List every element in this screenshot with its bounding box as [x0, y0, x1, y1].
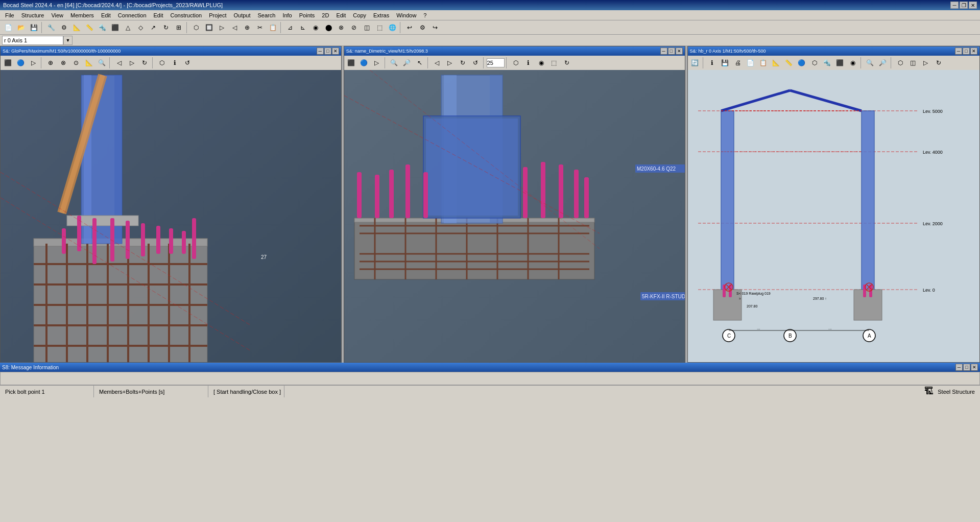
- vp-r-tb3[interactable]: 🖨: [732, 57, 744, 68]
- undo-btn[interactable]: ↩: [403, 22, 416, 33]
- vp-right-maximize[interactable]: □: [963, 48, 970, 55]
- vp-left-tb3[interactable]: ▷: [27, 57, 39, 68]
- vp-c-zoom-in[interactable]: 🔍: [388, 57, 400, 68]
- menu-members[interactable]: Members: [67, 11, 97, 20]
- tb-btn-3[interactable]: ⚙: [58, 22, 70, 33]
- vp-center-canvas[interactable]: M20X60-4.6 Q22 5R-KFX-II R-STUDS-16190 R…: [344, 70, 685, 362]
- menu-view[interactable]: View: [48, 11, 66, 20]
- vp-c-tb1[interactable]: ⬛: [345, 57, 357, 68]
- tb-btn-25[interactable]: ⊘: [348, 22, 360, 33]
- menu-info[interactable]: Info: [279, 11, 295, 20]
- vp-left-tb11[interactable]: ↻: [138, 57, 151, 68]
- tb-btn-5[interactable]: 📏: [83, 22, 95, 33]
- vp-right-close[interactable]: ✕: [970, 48, 977, 55]
- vp-left-tb13[interactable]: ℹ: [169, 57, 181, 68]
- tb-btn-19[interactable]: 📋: [267, 22, 279, 33]
- vp-r-tb15[interactable]: ▷: [920, 57, 932, 68]
- vp-r-tb16[interactable]: ↻: [933, 57, 945, 68]
- tb-btn-28[interactable]: 🌐: [386, 22, 398, 33]
- vp-left-canvas[interactable]: 27: [1, 70, 341, 362]
- menu-output[interactable]: Output: [230, 11, 253, 20]
- vp-left-tb12[interactable]: ⬡: [156, 57, 168, 68]
- menu-points[interactable]: Points: [296, 11, 318, 20]
- vp-r-tb1[interactable]: 🔄: [689, 57, 701, 68]
- tb-btn-18[interactable]: ✂: [254, 22, 266, 33]
- status-mode[interactable]: Members+Bolts+Points [s]: [96, 386, 208, 397]
- vp-r-tb8[interactable]: 🔵: [796, 57, 808, 68]
- save-btn[interactable]: 💾: [28, 22, 40, 33]
- vp-center-close[interactable]: ✕: [676, 48, 683, 55]
- vp-left-tb7[interactable]: 📐: [83, 57, 95, 68]
- vp-c-select[interactable]: ↖: [414, 57, 426, 68]
- vp-r-zoom-out[interactable]: 🔎: [877, 57, 889, 68]
- restore-button[interactable]: ❐: [960, 2, 968, 9]
- menu-search[interactable]: Search: [255, 11, 279, 20]
- vp-left-tb1[interactable]: ⬛: [2, 57, 14, 68]
- vp-r-tb9[interactable]: ⬡: [808, 57, 821, 68]
- vp-right-canvas[interactable]: Lev. 5000 Lev. 4000 Lev. 2000 Lev. 0: [688, 70, 980, 362]
- vp-center-maximize[interactable]: □: [668, 48, 675, 55]
- vp-c-tb10[interactable]: ⬚: [548, 57, 560, 68]
- tb-btn-13[interactable]: ⬡: [190, 22, 202, 33]
- vp-r-tb4[interactable]: 📄: [745, 57, 757, 68]
- tb-btn-23[interactable]: ⬤: [322, 22, 334, 33]
- tb-btn-22[interactable]: ◉: [309, 22, 322, 33]
- vp-c-tb4[interactable]: ◁: [431, 57, 443, 68]
- tb-btn-26[interactable]: ◫: [361, 22, 373, 33]
- vp-r-tb7[interactable]: 📏: [783, 57, 795, 68]
- menu-copy[interactable]: Copy: [350, 11, 369, 20]
- tb-btn-6[interactable]: 🔩: [96, 22, 108, 33]
- vp-left-minimize[interactable]: ─: [317, 48, 324, 55]
- vp-left-tb14[interactable]: ↺: [181, 57, 194, 68]
- tb-btn-12[interactable]: ⊞: [173, 22, 185, 33]
- vp-r-tb14[interactable]: ◫: [907, 57, 919, 68]
- tb-btn-17[interactable]: ⊕: [241, 22, 253, 33]
- tb-btn-8[interactable]: △: [122, 22, 134, 33]
- vp-r-zoom-in[interactable]: 🔍: [864, 57, 876, 68]
- axis-input[interactable]: [2, 36, 63, 45]
- vp-r-tb12[interactable]: ◉: [847, 57, 859, 68]
- zoom-input[interactable]: [487, 58, 505, 67]
- tb-btn-21[interactable]: ⊾: [297, 22, 309, 33]
- menu-file[interactable]: File: [2, 11, 17, 20]
- vp-c-zoom-out[interactable]: 🔎: [401, 57, 413, 68]
- vp-center-minimize[interactable]: ─: [660, 48, 667, 55]
- vp-c-tb8[interactable]: ⬡: [510, 57, 522, 68]
- minimize-button[interactable]: ─: [950, 2, 959, 9]
- menu-construction[interactable]: Construction: [167, 11, 205, 20]
- vp-left-tb5[interactable]: ⊗: [57, 57, 69, 68]
- menu-edit2[interactable]: Edit: [151, 11, 166, 20]
- vp-left-maximize[interactable]: □: [324, 48, 331, 55]
- vp-left-close[interactable]: ✕: [332, 48, 339, 55]
- vp-r-tb13[interactable]: ⬡: [894, 57, 906, 68]
- menu-help[interactable]: ?: [420, 11, 429, 20]
- vp-c-info[interactable]: ℹ: [522, 57, 535, 68]
- tb-btn-16[interactable]: ◁: [228, 22, 241, 33]
- menu-structure[interactable]: Structure: [18, 11, 47, 20]
- vp-r-tb2[interactable]: 💾: [719, 57, 731, 68]
- menu-edit[interactable]: Edit: [98, 11, 114, 20]
- vp-left-tb8[interactable]: 🔍: [95, 57, 108, 68]
- menu-window[interactable]: Window: [393, 11, 419, 20]
- vp-c-tb6[interactable]: ↻: [457, 57, 469, 68]
- axis-dropdown[interactable]: ▼: [63, 36, 73, 45]
- vp-left-tb10[interactable]: ▷: [126, 57, 138, 68]
- vp-r-info[interactable]: ℹ: [706, 57, 719, 68]
- vp-c-tb11[interactable]: ↻: [561, 57, 573, 68]
- open-btn[interactable]: 📂: [15, 22, 27, 33]
- vp-r-tb11[interactable]: ⬛: [834, 57, 846, 68]
- close-button[interactable]: ✕: [969, 2, 977, 9]
- vp-r-tb10[interactable]: 🔩: [821, 57, 833, 68]
- vp-c-tb7[interactable]: ↺: [469, 57, 482, 68]
- vp-left-tb9[interactable]: ◁: [113, 57, 125, 68]
- redo-btn[interactable]: ↪: [429, 22, 441, 33]
- vp-c-tb2[interactable]: 🔵: [358, 57, 370, 68]
- tb-btn-20[interactable]: ⊿: [284, 22, 296, 33]
- msg-maximize[interactable]: □: [963, 364, 970, 371]
- tb-btn-24[interactable]: ⊗: [335, 22, 347, 33]
- menu-edit3[interactable]: Edit: [333, 11, 349, 20]
- tb-btn-2[interactable]: 🔧: [45, 22, 57, 33]
- vp-left-tb4[interactable]: ⊕: [44, 57, 57, 68]
- vp-c-tb5[interactable]: ▷: [444, 57, 456, 68]
- vp-r-tb5[interactable]: 📋: [757, 57, 770, 68]
